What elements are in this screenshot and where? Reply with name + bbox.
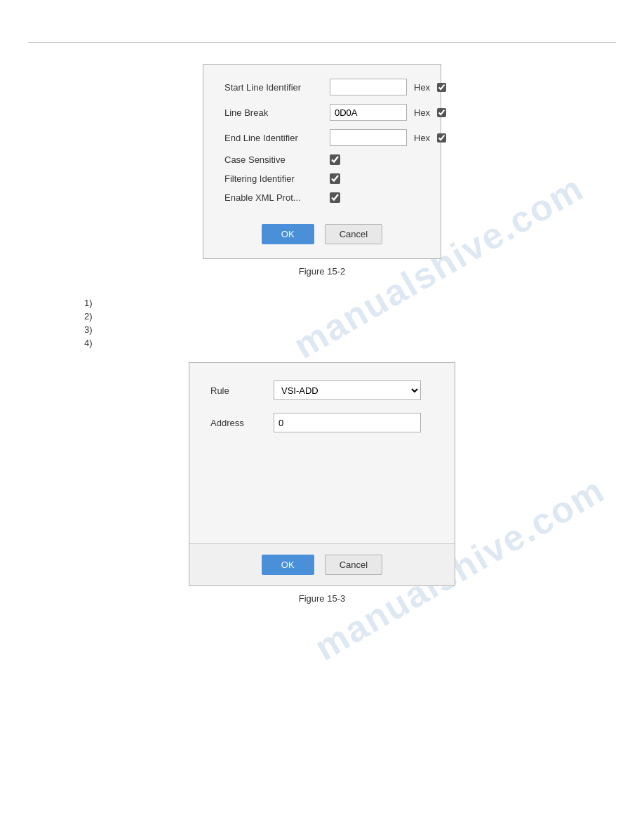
rule-label: Rule xyxy=(210,385,267,396)
figure-15-2-caption: Figure 15-2 xyxy=(28,266,616,277)
end-line-row: End Line Identifier Hex xyxy=(224,129,420,146)
list-item-2: 2) xyxy=(84,311,616,322)
enable-xml-label: Enable XML Prot... xyxy=(224,192,323,203)
end-line-checkbox[interactable] xyxy=(437,133,446,143)
figure-15-3-caption: Figure 15-3 xyxy=(28,593,616,604)
case-sensitive-label: Case Sensitive xyxy=(224,154,323,165)
filtering-identifier-label: Filtering Identifier xyxy=(224,173,323,184)
dialog1-cancel-button[interactable]: Cancel xyxy=(325,224,382,244)
dialog-1: Start Line Identifier Hex Line Break Hex… xyxy=(203,64,441,259)
start-line-hex: Hex xyxy=(414,82,430,93)
start-line-row: Start Line Identifier Hex xyxy=(224,79,420,95)
list-section: 1) 2) 3) 4) xyxy=(84,298,616,348)
list-item-3: 3) xyxy=(84,324,616,335)
rule-select[interactable]: VSI-ADD xyxy=(274,380,421,400)
filtering-identifier-checkbox[interactable] xyxy=(330,173,340,184)
line-break-row: Line Break Hex xyxy=(224,104,420,121)
filtering-identifier-row: Filtering Identifier xyxy=(224,173,420,184)
address-input[interactable] xyxy=(274,413,421,432)
case-sensitive-checkbox[interactable] xyxy=(330,154,340,165)
dialog1-ok-button[interactable]: OK xyxy=(262,224,314,244)
enable-xml-row: Enable XML Prot... xyxy=(224,192,420,203)
end-line-input[interactable] xyxy=(330,129,407,146)
line-break-checkbox[interactable] xyxy=(437,107,446,118)
rule-row: Rule VSI-ADD xyxy=(210,380,434,400)
list-item-1: 1) xyxy=(84,298,616,308)
start-line-checkbox[interactable] xyxy=(437,82,446,93)
end-line-label: End Line Identifier xyxy=(224,133,323,143)
address-label: Address xyxy=(210,418,267,428)
dialog2-cancel-button[interactable]: Cancel xyxy=(325,555,382,575)
list-item-4: 4) xyxy=(84,338,616,348)
dialog2-spacer xyxy=(210,445,434,529)
enable-xml-checkbox[interactable] xyxy=(330,192,340,203)
dialog-2: Rule VSI-ADD Address OK Cancel xyxy=(189,362,455,586)
case-sensitive-row: Case Sensitive xyxy=(224,154,420,165)
start-line-label: Start Line Identifier xyxy=(224,82,323,93)
line-break-input[interactable] xyxy=(330,104,407,121)
dialog2-body: Rule VSI-ADD Address xyxy=(189,363,455,543)
end-line-hex: Hex xyxy=(414,133,430,143)
dialog2-ok-button[interactable]: OK xyxy=(262,555,314,575)
top-divider xyxy=(28,42,616,43)
line-break-hex: Hex xyxy=(414,107,430,118)
dialog1-footer: OK Cancel xyxy=(224,217,420,244)
dialog2-footer: OK Cancel xyxy=(189,543,455,585)
start-line-input[interactable] xyxy=(330,79,407,95)
address-row: Address xyxy=(210,413,434,432)
line-break-label: Line Break xyxy=(224,107,323,118)
